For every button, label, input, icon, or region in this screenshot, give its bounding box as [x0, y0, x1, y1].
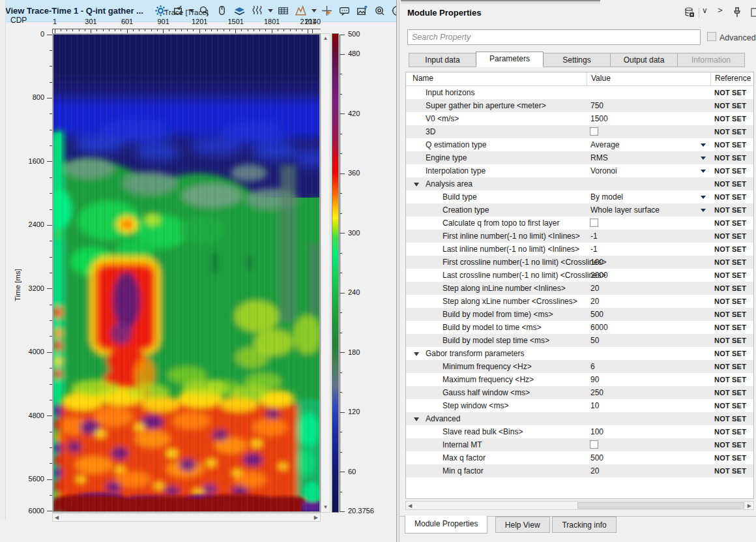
table-row[interactable]: Step window <ms>10NOT SET — [406, 399, 753, 412]
panel-grip-bar[interactable] — [401, 0, 600, 4]
colorbar-minor-tick — [340, 134, 342, 134]
prop-value[interactable]: Voronoi — [590, 166, 617, 175]
table-row[interactable]: First inline number(-1 no limit) <Inline… — [406, 230, 753, 243]
table-row[interactable]: Engine typeRMSNOT SET — [406, 151, 753, 164]
table-row[interactable]: Min q factor20NOT SET — [406, 464, 753, 477]
reference-value: NOT SET — [714, 350, 746, 357]
group-expand-icon[interactable] — [414, 417, 419, 421]
x-minor-tick — [265, 29, 266, 31]
x-minor-tick — [224, 29, 224, 31]
scroll-up-icon[interactable]: ▲ — [321, 36, 330, 41]
table-row[interactable]: V0 <m/s>1500NOT SET — [406, 112, 753, 125]
plot-horizontal-scrollbar[interactable]: ◀ ▶ — [52, 513, 321, 522]
scrollbar-thumb[interactable] — [577, 502, 744, 509]
x-minor-tick — [248, 29, 248, 31]
tab-output-data[interactable]: Output data — [610, 53, 678, 67]
y-tick — [47, 511, 52, 511]
table-row[interactable]: Gabor transform parametersNOT SET — [406, 347, 753, 360]
dropdown-arrow-icon[interactable] — [701, 170, 706, 173]
pin-icon[interactable] — [731, 7, 743, 18]
table-row[interactable]: Super gather bin aperture <meter>750NOT … — [406, 99, 753, 112]
tab-information[interactable]: Information — [677, 53, 745, 67]
table-row[interactable]: Gauss half window <ms>250NOT SET — [406, 386, 753, 399]
table-row[interactable]: AdvancedNOT SET — [406, 412, 753, 425]
database-save-icon[interactable] — [684, 7, 695, 18]
table-row[interactable]: Build by model step time <ms>50NOT SET — [406, 334, 753, 347]
table-row[interactable]: Input horizonsNOT SET — [406, 86, 753, 99]
table-row[interactable]: Interpolation typeVoronoiNOT SET — [406, 164, 753, 177]
prop-value[interactable]: RMS — [590, 153, 608, 162]
prop-checkbox[interactable] — [590, 218, 598, 227]
table-row[interactable]: Calculate q from topo to first layerNOT … — [406, 217, 753, 230]
prop-value[interactable]: Average — [590, 140, 619, 149]
search-input[interactable] — [407, 29, 701, 45]
prop-name: Step window <ms> — [443, 401, 508, 410]
prop-name: Super gather bin aperture <meter> — [426, 101, 546, 110]
table-row[interactable]: First crossline number(-1 no limit) <Cro… — [406, 256, 753, 269]
dropdown-arrow-icon[interactable] — [701, 143, 706, 147]
prop-checkbox[interactable] — [590, 440, 598, 449]
prop-value: 50 — [590, 336, 599, 345]
table-row[interactable]: Build by model to time <ms>6000NOT SET — [406, 321, 753, 334]
table-row[interactable]: Slave read bulk <Bins>100NOT SET — [406, 425, 753, 438]
table-horizontal-scrollbar[interactable]: ◀ ▶ — [405, 501, 754, 510]
q-colorbar — [332, 33, 339, 513]
advanced-checkbox[interactable] — [707, 32, 716, 41]
colorbar-minor-tick — [340, 213, 342, 214]
prop-checkbox[interactable] — [590, 127, 598, 136]
table-row[interactable]: Step along inLine number <Inlines>20NOT … — [406, 282, 753, 295]
x-tick-label: 1 — [42, 18, 68, 25]
bottom-tab-help-view[interactable]: Help View — [495, 517, 550, 533]
table-row[interactable]: Maximum frequency <Hz>90NOT SET — [406, 373, 753, 386]
clipped-edge-icon[interactable] — [751, 7, 756, 18]
table-row[interactable]: Max q factor500NOT SET — [406, 451, 753, 464]
table-row[interactable]: 3DNOT SET — [406, 125, 753, 138]
colorbar-tick-label: 420 — [348, 110, 387, 117]
prop-name: Internal MT — [443, 440, 482, 449]
scroll-right-icon[interactable]: ▶ — [748, 504, 751, 509]
table-row[interactable]: Creation typeWhole layer surfaceNOT SET — [406, 203, 753, 217]
chevron-down-icon[interactable]: ∨ — [702, 5, 708, 15]
y-tick — [47, 161, 52, 162]
tab-settings[interactable]: Settings — [543, 53, 611, 67]
plot-vertical-scrollbar[interactable]: ▲ ▼ — [321, 33, 330, 513]
dropdown-arrow-icon[interactable] — [701, 209, 706, 212]
scroll-left-icon[interactable]: ◀ — [408, 504, 412, 509]
table-row[interactable]: Internal MTNOT SET — [406, 438, 753, 451]
prop-name: Q estimation type — [426, 140, 486, 149]
table-row[interactable]: Step along xLine number <Crosslines>20NO… — [406, 295, 753, 308]
table-row[interactable]: Minimum frequency <Hz>6NOT SET — [406, 360, 753, 373]
x-minor-tick — [205, 29, 206, 31]
bottom-tab-tracking-info[interactable]: Tracking info — [552, 517, 616, 533]
table-row[interactable]: Last crossline number(-1 no limit) <Cros… — [406, 269, 753, 282]
x-minor-tick — [296, 29, 297, 31]
arrow-right-icon[interactable]: > — [718, 5, 723, 15]
table-row[interactable]: Last inline number(-1 no limit) <Inlines… — [406, 243, 753, 256]
prop-name: 3D — [426, 127, 435, 136]
scroll-down-icon[interactable]: ▼ — [321, 505, 330, 510]
tab-parameters[interactable]: Parameters — [476, 52, 544, 67]
bottom-tab-module-properties[interactable]: Module Properties — [405, 516, 487, 534]
prop-value[interactable]: By model — [590, 192, 623, 202]
reference-value: NOT SET — [714, 310, 746, 318]
table-row[interactable]: Build typeBy modelNOT SET — [406, 190, 753, 203]
reference-value: NOT SET — [714, 206, 746, 214]
x-minor-tick — [115, 29, 115, 31]
reference-value: NOT SET — [714, 102, 746, 110]
prop-value: 1500 — [590, 114, 608, 123]
table-row[interactable]: Build by model from time) <ms>500NOT SET — [406, 308, 753, 321]
left-gutter — [0, 0, 6, 520]
table-row[interactable]: Q estimation typeAverageNOT SET — [406, 138, 753, 151]
x-tick-label: 601 — [114, 18, 140, 25]
reference-value: NOT SET — [714, 337, 746, 344]
table-row[interactable]: Analysis areaNOT SET — [406, 177, 753, 190]
prop-value[interactable]: Whole layer surface — [590, 205, 660, 215]
scroll-left-icon[interactable]: ◀ — [55, 515, 59, 520]
scroll-right-icon[interactable]: ▶ — [314, 515, 318, 520]
tab-input-data[interactable]: Input data — [409, 53, 476, 67]
group-expand-icon[interactable] — [414, 183, 419, 187]
group-expand-icon[interactable] — [414, 352, 419, 356]
dropdown-arrow-icon[interactable] — [701, 157, 706, 160]
x-minor-tick — [133, 29, 134, 31]
dropdown-arrow-icon[interactable] — [701, 196, 706, 199]
